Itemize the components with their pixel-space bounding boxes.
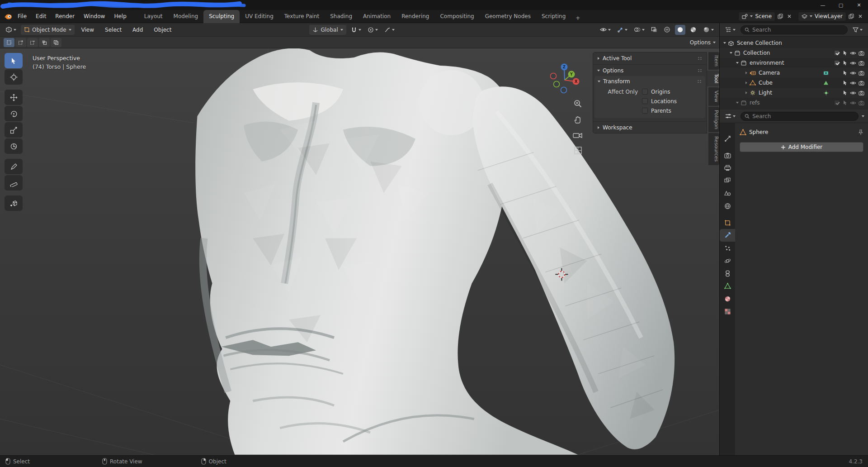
expand-icon[interactable] <box>745 91 747 94</box>
editor-type-selector[interactable] <box>4 25 18 35</box>
menu-edit[interactable]: Edit <box>32 11 50 21</box>
proportional-editing-toggle[interactable] <box>366 25 380 35</box>
zoom-icon[interactable] <box>573 99 582 108</box>
select-mode-subtract-button[interactable] <box>27 38 38 47</box>
show-gizmo-toggle[interactable] <box>615 25 629 35</box>
tab-output-properties[interactable] <box>720 162 735 174</box>
drag-dots-icon[interactable] <box>698 57 703 60</box>
outliner-row-refs[interactable]: refs <box>720 98 868 108</box>
selectable-pointer-icon[interactable] <box>843 50 848 56</box>
outliner-row-scene-collection[interactable]: Scene Collection <box>720 38 868 48</box>
outliner-row-environment[interactable]: environment <box>720 58 868 68</box>
tab-world-properties[interactable] <box>720 200 735 212</box>
blender-logo[interactable] <box>4 12 13 21</box>
origins-checkbox[interactable] <box>642 89 648 95</box>
render-camera-icon[interactable] <box>859 91 864 95</box>
expand-icon[interactable] <box>730 52 732 54</box>
tab-scene-properties[interactable] <box>720 187 735 200</box>
shading-wireframe-button[interactable] <box>662 25 672 35</box>
exclude-checkbox[interactable] <box>834 60 840 66</box>
outliner-row-light[interactable]: Light <box>720 88 868 98</box>
select-mode-extend-button[interactable] <box>15 38 26 47</box>
hide-eye-icon[interactable] <box>850 100 856 105</box>
select-mode-set-button[interactable] <box>4 38 14 47</box>
outliner-search[interactable] <box>741 25 848 34</box>
section-workspace[interactable]: Workspace <box>593 121 707 133</box>
tool-cursor[interactable] <box>5 69 23 85</box>
menu-window[interactable]: Window <box>80 11 109 21</box>
viewport-canvas[interactable]: User Perspective (74) Torso | Sphere <box>0 48 719 455</box>
parents-checkbox[interactable] <box>642 108 648 114</box>
falloff-dropdown[interactable] <box>382 25 396 35</box>
sidebar-tab-item[interactable]: Item <box>708 52 719 70</box>
navigation-gizmo[interactable]: Z Y X <box>550 63 581 94</box>
outliner-filter-dropdown[interactable] <box>851 25 864 35</box>
selectable-pointer-icon[interactable] <box>843 60 848 66</box>
maximize-button[interactable]: ▢ <box>832 0 850 10</box>
tab-viewlayer-properties[interactable] <box>720 174 735 187</box>
add-modifier-button[interactable]: Add Modifier <box>740 142 863 152</box>
xray-toggle[interactable] <box>649 25 659 35</box>
new-viewlayer-button[interactable] <box>847 12 855 21</box>
section-options[interactable]: Options <box>593 64 707 76</box>
tab-physics-properties[interactable] <box>720 254 735 267</box>
show-overlays-toggle[interactable] <box>632 25 646 35</box>
hide-eye-icon[interactable] <box>850 81 856 86</box>
outliner-search-input[interactable] <box>752 27 844 33</box>
scene-selector[interactable]: Scene <box>738 12 775 21</box>
tool-move[interactable] <box>5 90 23 105</box>
render-camera-icon[interactable] <box>859 51 864 56</box>
render-camera-icon[interactable] <box>859 71 864 76</box>
add-workspace-button[interactable]: + <box>571 13 585 23</box>
exclude-checkbox[interactable] <box>834 100 840 105</box>
outliner-row-camera[interactable]: Camera <box>720 68 868 78</box>
transform-header[interactable]: Transform <box>594 76 705 87</box>
tab-constraint-properties[interactable] <box>720 267 735 280</box>
tab-data-properties[interactable] <box>720 280 735 292</box>
mode-dropdown[interactable]: Object Mode <box>21 25 75 35</box>
tab-animation[interactable]: Animation <box>358 10 396 23</box>
axis-z-negative[interactable] <box>561 87 567 93</box>
menu-add[interactable]: Add <box>128 25 147 35</box>
tab-compositing[interactable]: Compositing <box>434 10 479 23</box>
hide-eye-icon[interactable] <box>850 51 856 56</box>
menu-select[interactable]: Select <box>101 25 126 35</box>
tab-object-properties[interactable] <box>720 216 735 229</box>
tab-texture-paint[interactable]: Texture Paint <box>279 10 325 23</box>
tab-layout[interactable]: Layout <box>139 10 168 23</box>
transform-orientation-dropdown[interactable]: Global <box>309 25 346 35</box>
expand-icon[interactable] <box>745 81 747 84</box>
tool-options-dropdown[interactable]: Options <box>690 39 716 46</box>
axis-x-negative[interactable] <box>551 73 557 79</box>
render-camera-icon[interactable] <box>859 81 864 86</box>
exclude-checkbox[interactable] <box>834 50 840 56</box>
outliner-row-cube[interactable]: Cube <box>720 78 868 88</box>
remove-viewlayer-button[interactable] <box>856 12 864 21</box>
selectable-pointer-icon[interactable] <box>843 70 848 76</box>
tab-modeling[interactable]: Modeling <box>168 10 204 23</box>
expand-icon[interactable] <box>723 42 726 44</box>
tab-shading[interactable]: Shading <box>325 10 358 23</box>
minimize-button[interactable]: — <box>814 0 832 10</box>
hide-eye-icon[interactable] <box>850 61 856 66</box>
camera-view-icon[interactable] <box>573 132 583 139</box>
tool-scale[interactable] <box>5 122 23 138</box>
hide-eye-icon[interactable] <box>850 91 856 95</box>
shading-rendered-button[interactable] <box>701 25 716 35</box>
ortho-grid-icon[interactable] <box>574 146 582 155</box>
tab-texture-properties[interactable] <box>720 305 735 318</box>
sidebar-tab-resources[interactable]: Resources <box>708 133 719 165</box>
hide-eye-icon[interactable] <box>850 71 856 76</box>
tab-tool-properties[interactable] <box>720 132 735 145</box>
axis-y-negative[interactable] <box>554 81 560 87</box>
menu-help[interactable]: Help <box>110 11 130 21</box>
menu-view[interactable]: View <box>77 25 98 35</box>
tab-material-properties[interactable] <box>720 292 735 305</box>
tab-scripting[interactable]: Scripting <box>536 10 571 23</box>
shading-material-button[interactable] <box>688 25 698 35</box>
tool-rotate[interactable] <box>5 106 23 121</box>
tool-annotate[interactable] <box>5 159 23 174</box>
render-camera-icon[interactable] <box>859 100 864 105</box>
expand-icon[interactable] <box>745 71 747 74</box>
tool-select-box[interactable] <box>5 53 23 68</box>
